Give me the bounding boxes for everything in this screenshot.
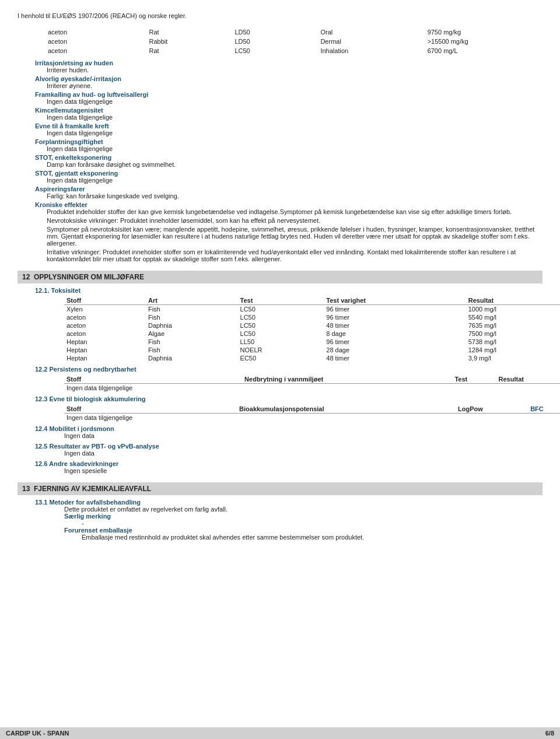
tox-header: Resultat: [466, 296, 560, 305]
sub124: 12.4 Mobilitet i jordsmonn Ingen data: [35, 425, 542, 439]
tox-data-row: acetonAlgaeLC508 dage7500 mg/l: [64, 330, 560, 338]
kroniske-text4: Irritative virkninger: Produktet innehol…: [47, 248, 542, 262]
sub124-title: 12.4 Mobilitet i jordsmonn: [35, 425, 114, 432]
stot-gjentatt-title: STOT, gjentatt eksponering: [35, 170, 118, 177]
kimcelle-text: Ingen data tilgjengelige: [47, 114, 113, 121]
sub122-title: 12.2 Persistens og nedbrytbarhet: [35, 366, 136, 373]
sub124-text: Ingen data: [64, 432, 94, 439]
top-note: I henhold til EU/EØS 1907/2006 (REACH) o…: [18, 12, 542, 21]
kimcelle-title: Kimcellemutagenisitet: [35, 107, 103, 114]
section13-content: 13.1 Metoder for avfallsbehandling Dette…: [35, 499, 542, 541]
aspirer-text: Farlig: kan forårsake lungeskade ved sve…: [47, 192, 179, 199]
persist-header: Resultat: [496, 375, 560, 384]
tox-data-row: acetonFishLC5096 timer5540 mg/l: [64, 313, 560, 321]
tox-header: Stoff: [64, 296, 146, 305]
sub122: 12.2 Persistens og nedbrytbarhet StoffNe…: [35, 366, 542, 392]
aceton-row: aceton Rat LD50 Oral 9750 mg/kg: [19, 28, 541, 36]
forplantning-title: Forplantningsgiftighet: [35, 138, 103, 145]
tox-data-row: acetonDaphniaLC5048 timer7635 mg/l: [64, 321, 560, 330]
kroniske-text1: Produktet indeholder stoffer der kan giv…: [47, 208, 512, 215]
sub126-title: 12.6 Andre skadevirkninger: [35, 460, 118, 467]
irritation-eye-text: Irriterer øynene.: [47, 82, 92, 89]
tox-data-row: HeptanFishLL5096 timer5738 mg/l: [64, 338, 560, 346]
forurenset-text: Emballasje med restinnhold av produktet …: [82, 534, 364, 541]
persist-header: Nedbrytning i vannmiljøet: [242, 375, 452, 384]
sub125: 12.5 Resultater av PBT- og vPvB-analyse …: [35, 443, 542, 457]
bioakkumulasjon-table: StoffBioakkumulasjonspotensialLogPowBFC …: [64, 405, 560, 422]
section12-content: 12.1. Toksisitet StoffArtTestTest varigh…: [35, 287, 542, 474]
kroniske-title: Kroniske effekter: [35, 201, 88, 208]
tox-data-row: XylenFishLC5096 timer1000 mg/l: [64, 304, 560, 313]
bio-header: Bioakkumulasjonspotensial: [237, 405, 456, 414]
sub123-title: 12.3 Evne til biologisk akkumulering: [35, 395, 146, 402]
irritation-skin-title: Irritasjon/etsing av huden: [35, 59, 113, 66]
evne-text: Ingen data tilgjengelige: [47, 129, 113, 136]
forplantning-text: Ingen data tilgjengelige: [47, 145, 113, 152]
sub126-text: Ingen spesielle: [64, 467, 107, 474]
sub131-title: 13.1 Metoder for avfallsbehandling: [35, 499, 141, 506]
irritation-section: Irritasjon/etsing av huden Irriterer hud…: [18, 59, 542, 262]
tox-data-row: HeptanFishNOELR28 dage1284 mg/l: [64, 346, 560, 354]
aspirer-title: Aspireringsfarer: [35, 185, 85, 192]
sub123: 12.3 Evne til biologisk akkumulering Sto…: [35, 395, 542, 422]
sub125-text: Ingen data: [64, 450, 94, 457]
kroniske-text2: Nevrotoksiske virkninger: Produktet inne…: [47, 217, 542, 224]
irritation-skin-text: Irriterer huden.: [47, 66, 89, 73]
bio-row-text: Ingen data tilgjengelige: [64, 413, 237, 422]
persistens-table: StoffNedbrytning i vannmiljøetTestResult…: [64, 375, 560, 392]
sub125-title: 12.5 Resultater av PBT- og vPvB-analyse: [35, 443, 159, 450]
sub121: 12.1. Toksisitet StoffArtTestTest varigh…: [35, 287, 542, 362]
tox-header: Test varighet: [324, 296, 466, 305]
sub121-title: 12.1. Toksisitet: [35, 287, 80, 294]
toksisitet-table: StoffArtTestTest varighetResultat XylenF…: [64, 296, 560, 362]
sarlig-merking-label: Særlig merking: [64, 513, 111, 520]
tox-header: Art: [146, 296, 238, 305]
persist-row-text: Ingen data tilgjengelige: [64, 383, 242, 392]
persist-header: Test: [452, 375, 496, 384]
stot-gjentatt-text: Ingen data tilgjengelige: [47, 177, 113, 184]
sarlig-merking-value: -: [82, 520, 84, 527]
footer-company: CARDIP UK - SPANN: [6, 730, 69, 737]
footer-bar: CARDIP UK - SPANN 6/8: [0, 727, 560, 739]
framkalling-text: Ingen data tilgjengelige: [47, 98, 113, 105]
tox-data-row: HeptanDaphniaEC5048 timer3,9 mg/l: [64, 354, 560, 362]
sub131-text: Dette produktet er omfattet av regelverk…: [64, 506, 228, 513]
irritation-eye-title: Alvorlig øyeskade/-irritasjon: [35, 75, 121, 82]
evne-title: Evne til å framkalle kreft: [35, 122, 109, 129]
kroniske-text3: Symptomer på nevrotoksisitet kan være; m…: [47, 226, 542, 247]
stot-enkel-text: Damp kan forårsake døsighet og svimmelhe…: [47, 161, 176, 168]
bio-header: LogPow: [456, 405, 528, 414]
persist-header: Stoff: [64, 375, 242, 384]
aceton-row: aceton Rat LC50 Inhalation 6700 mg/L: [19, 47, 541, 55]
aceton-row: aceton Rabbit LD50 Dermal >15500 mg/kg: [19, 37, 541, 45]
framkalling-title: Framkalling av hud- og luftveisallergi: [35, 91, 148, 98]
stot-enkel-title: STOT, enkelteksponering: [35, 154, 111, 161]
aceton-toxicity-table: aceton Rat LD50 Oral 9750 mg/kgaceton Ra…: [18, 27, 542, 56]
footer-page: 6/8: [545, 730, 554, 737]
tox-header: Test: [238, 296, 324, 305]
sub131: 13.1 Metoder for avfallsbehandling Dette…: [35, 499, 542, 541]
bio-header: BFC: [528, 405, 560, 414]
bio-header: Stoff: [64, 405, 237, 414]
forurenset-label: Forurenset emballasje: [64, 527, 132, 534]
section13-header: 13 FJERNING AV KJEMIKALIEAVFALL: [18, 482, 542, 495]
sub126: 12.6 Andre skadevirkninger Ingen spesiel…: [35, 460, 542, 474]
section12-header: 12 OPPLYSNINGER OM MILJØFARE: [18, 271, 542, 283]
